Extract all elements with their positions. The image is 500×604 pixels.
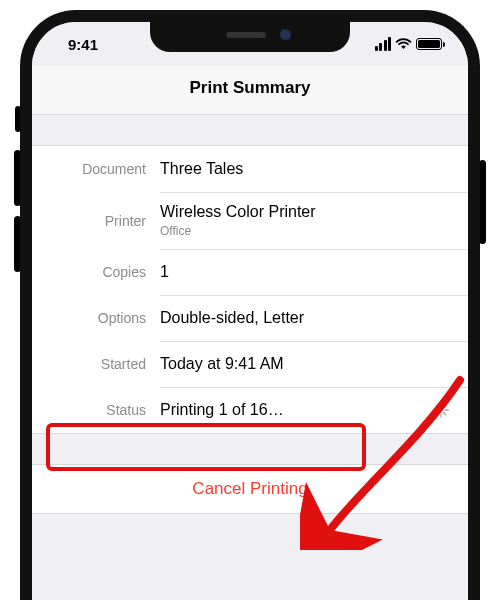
status-time: 9:41	[56, 36, 165, 53]
print-details-list: Document Three Tales Printer Wireless Co…	[32, 145, 468, 434]
row-status: Status Printing 1 of 16…	[32, 387, 468, 433]
svg-line-5	[436, 412, 438, 414]
label-started: Started	[48, 356, 160, 372]
row-options: Options Double-sided, Letter	[32, 295, 468, 341]
wifi-icon	[395, 36, 412, 53]
cellular-icon	[375, 37, 392, 51]
value-document: Three Tales	[160, 159, 243, 179]
value-printer: Wireless Color Printer Office	[160, 202, 316, 239]
label-printer: Printer	[48, 213, 160, 229]
spinner-icon	[432, 401, 450, 419]
row-started: Started Today at 9:41 AM	[32, 341, 468, 387]
cancel-printing-button[interactable]: Cancel Printing	[192, 479, 307, 498]
value-printer-name: Wireless Color Printer	[160, 202, 316, 222]
value-started: Today at 9:41 AM	[160, 354, 284, 374]
cancel-printing-row[interactable]: Cancel Printing	[32, 464, 468, 514]
label-copies: Copies	[48, 264, 160, 280]
screen: 9:41 Print Summary Docum	[32, 22, 468, 600]
row-printer: Printer Wireless Color Printer Office	[32, 192, 468, 249]
notch	[150, 22, 350, 52]
row-document: Document Three Tales	[32, 146, 468, 192]
battery-icon	[416, 38, 442, 50]
page-title: Print Summary	[32, 66, 468, 115]
label-document: Document	[48, 161, 160, 177]
svg-line-3	[443, 412, 445, 414]
value-options: Double-sided, Letter	[160, 308, 304, 328]
svg-line-1	[443, 405, 445, 407]
svg-line-7	[436, 405, 438, 407]
label-status: Status	[48, 402, 160, 418]
row-copies: Copies 1	[32, 249, 468, 295]
power-button-outline	[479, 160, 486, 244]
value-status: Printing 1 of 16…	[160, 400, 284, 420]
value-printer-location: Office	[160, 224, 316, 239]
label-options: Options	[48, 310, 160, 326]
phone-frame: 9:41 Print Summary Docum	[20, 10, 480, 600]
value-copies: 1	[160, 262, 169, 282]
